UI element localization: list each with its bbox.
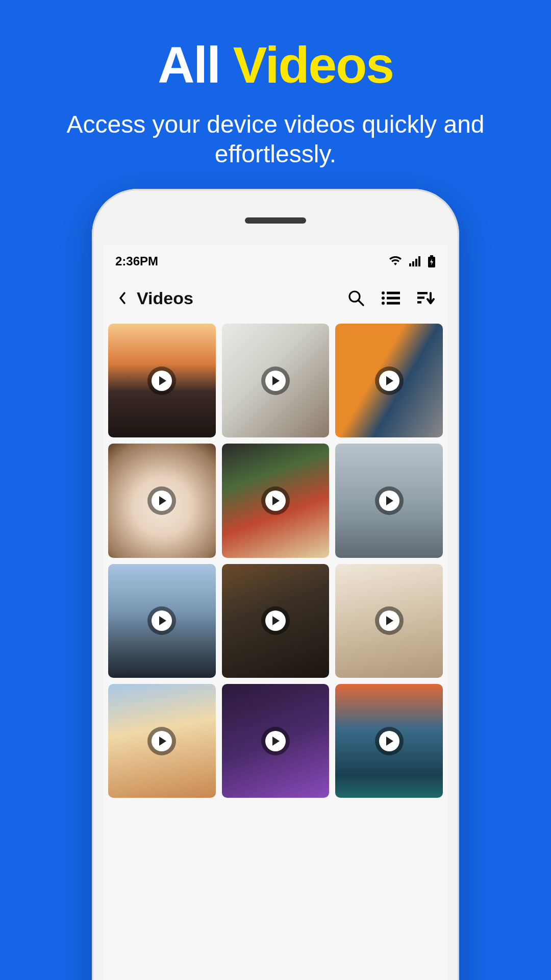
hero-subtitle: Access your device videos quickly and ef… xyxy=(0,94,551,168)
back-button[interactable] xyxy=(110,286,135,310)
search-button[interactable] xyxy=(341,283,371,313)
play-icon xyxy=(147,727,176,755)
play-icon xyxy=(375,486,404,515)
play-icon xyxy=(147,486,176,515)
play-icon xyxy=(375,606,404,635)
svg-point-12 xyxy=(382,302,385,305)
video-thumbnail[interactable] xyxy=(222,564,330,678)
svg-rect-11 xyxy=(387,297,400,300)
svg-rect-13 xyxy=(387,302,400,305)
sort-icon xyxy=(416,290,435,306)
play-icon xyxy=(375,366,404,395)
play-icon xyxy=(261,606,290,635)
status-indicators xyxy=(389,255,436,267)
video-thumbnail[interactable] xyxy=(108,444,216,557)
svg-rect-14 xyxy=(417,292,428,295)
play-icon xyxy=(261,727,290,755)
list-view-button[interactable] xyxy=(375,283,406,313)
hero-title-word-2: Videos xyxy=(233,36,393,93)
play-icon xyxy=(261,366,290,395)
battery-icon xyxy=(428,255,436,267)
svg-rect-3 xyxy=(418,256,420,266)
svg-rect-2 xyxy=(415,259,417,266)
video-thumbnail[interactable] xyxy=(222,324,330,437)
video-thumbnail[interactable] xyxy=(335,444,443,557)
video-thumbnail[interactable] xyxy=(222,684,330,798)
svg-rect-1 xyxy=(412,261,414,266)
search-icon xyxy=(347,289,365,307)
video-thumbnail[interactable] xyxy=(108,324,216,437)
hero-title-word-1: All xyxy=(158,36,220,93)
svg-rect-15 xyxy=(417,297,424,299)
wifi-icon xyxy=(389,256,402,266)
video-thumbnail[interactable] xyxy=(108,684,216,798)
appbar-title: Videos xyxy=(137,288,193,308)
video-thumbnail[interactable] xyxy=(335,324,443,437)
play-icon xyxy=(147,366,176,395)
hero-title: All Videos xyxy=(0,0,551,94)
status-time: 2:36PM xyxy=(115,254,158,268)
list-icon xyxy=(381,290,401,306)
svg-rect-0 xyxy=(409,263,411,266)
play-icon xyxy=(147,606,176,635)
video-grid xyxy=(103,318,448,798)
svg-line-7 xyxy=(359,301,363,305)
video-thumbnail[interactable] xyxy=(222,444,330,557)
video-thumbnail[interactable] xyxy=(335,684,443,798)
svg-rect-4 xyxy=(430,255,433,257)
svg-point-10 xyxy=(382,297,385,300)
status-bar: 2:36PM xyxy=(103,245,448,278)
phone-speaker xyxy=(245,217,306,224)
svg-rect-16 xyxy=(417,301,421,304)
phone-frame: 2:36PM Videos xyxy=(92,189,459,980)
video-thumbnail[interactable] xyxy=(335,564,443,678)
signal-icon xyxy=(409,256,420,266)
play-icon xyxy=(261,486,290,515)
phone-screen: 2:36PM Videos xyxy=(103,245,448,980)
app-bar: Videos xyxy=(103,278,448,318)
sort-button[interactable] xyxy=(410,283,441,313)
video-thumbnail[interactable] xyxy=(108,564,216,678)
svg-rect-9 xyxy=(387,292,400,295)
chevron-left-icon xyxy=(117,291,128,305)
svg-point-8 xyxy=(382,291,385,295)
play-icon xyxy=(375,727,404,755)
